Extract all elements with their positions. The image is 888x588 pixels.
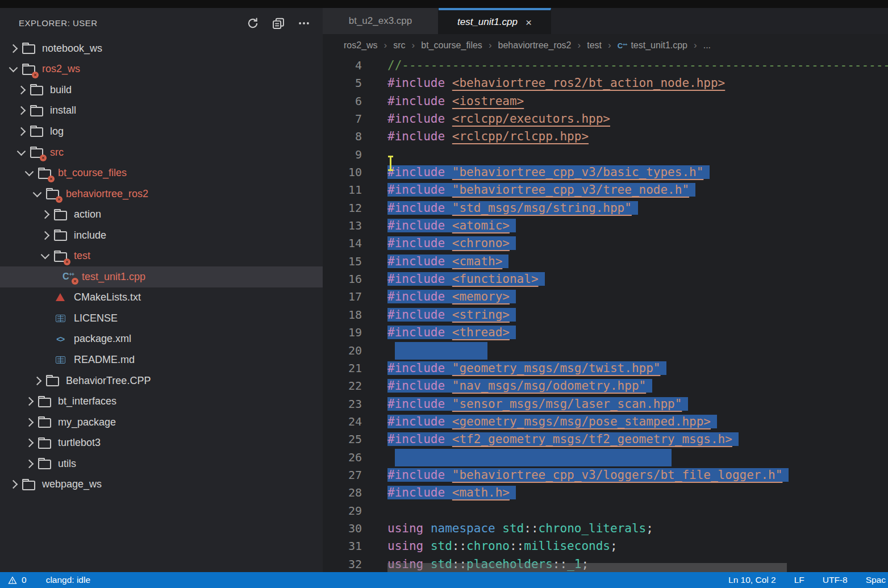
close-icon[interactable]: × (526, 17, 532, 28)
tree-item-turtlebot3[interactable]: turtlebot3 (0, 432, 323, 453)
code-line-content: #include "std_msgs/msg/string.hpp" (387, 199, 888, 217)
refresh-icon[interactable] (247, 17, 259, 30)
tree-item-BehaviorTree.CPP[interactable]: BehaviorTree.CPP (0, 370, 323, 391)
code-line-4[interactable]: 4//-------------------------------------… (323, 57, 888, 74)
code-line-26[interactable]: 26 (323, 449, 888, 466)
code-line-22[interactable]: 22#include "nav_msgs/msg/odometry.hpp" (323, 377, 888, 395)
breadcrumb-item-bt_course_files[interactable]: bt_course_files (421, 40, 482, 51)
code-line-17[interactable]: 17#include <memory> (323, 288, 888, 306)
tree-item-include[interactable]: include (0, 225, 323, 246)
chevron-right-icon[interactable] (41, 232, 53, 239)
tree-item-install[interactable]: install (0, 101, 323, 122)
tree-item-package.xml[interactable]: <>package.xml (0, 329, 323, 350)
horizontal-scrollbar[interactable] (387, 563, 787, 572)
token: chrono_literals (539, 522, 647, 535)
code-line-30[interactable]: 30using namespace std::chrono_literals; (323, 520, 888, 537)
folder-icon: × (30, 147, 43, 158)
code-line-11[interactable]: 11#include "behaviortree_cpp_v3/tree_nod… (323, 181, 888, 199)
tree-item-action[interactable]: action (0, 204, 323, 225)
tree-item-src[interactable]: ×src (0, 142, 323, 163)
breadcrumb-item-test[interactable]: test (587, 40, 602, 51)
code-line-7[interactable]: 7#include <rclcpp/executors.hpp> (323, 110, 888, 128)
code-line-9[interactable]: 9 (323, 146, 888, 164)
collapse-folders-icon[interactable] (272, 17, 285, 30)
code-line-21[interactable]: 21#include "geometry_msgs/msg/twist.hpp" (323, 360, 888, 377)
code-line-15[interactable]: 15#include <cmath> (323, 253, 888, 270)
chevron-right-icon[interactable] (17, 128, 30, 135)
chevron-right-icon[interactable] (17, 87, 30, 93)
chevron-down-icon[interactable] (17, 151, 30, 155)
chevron-right-icon[interactable] (41, 211, 53, 218)
chevron-right-icon[interactable] (25, 461, 37, 467)
selection-highlight: #include <memory> (387, 290, 516, 303)
tree-item-build[interactable]: build (0, 80, 323, 101)
code-line-18[interactable]: 18#include <string> (323, 306, 888, 324)
tree-item-webpage_ws[interactable]: webpage_ws (0, 474, 323, 495)
tree-item-ros2_ws[interactable]: ×ros2_ws (0, 59, 323, 80)
chevron-right-icon[interactable] (25, 398, 37, 404)
tree-item-bt_interfaces[interactable]: bt_interfaces (0, 391, 323, 412)
tree-item-CMakeLists.txt[interactable]: CMakeLists.txt (0, 287, 323, 308)
code-line-14[interactable]: 14#include <chrono> (323, 235, 888, 252)
tree-item-notebook_ws[interactable]: notebook_ws (0, 38, 323, 59)
clangd-status[interactable]: clangd: idle (46, 575, 90, 585)
code-line-27[interactable]: 27#include "behaviortree_cpp_v3/loggers/… (323, 466, 888, 484)
line-number: 5 (323, 74, 387, 92)
encoding-indicator[interactable]: UTF-8 (823, 575, 848, 585)
chevron-down-icon[interactable] (9, 67, 22, 71)
breadcrumb-item-behaviortree_ros2[interactable]: behaviortree_ros2 (498, 40, 572, 51)
chevron-right-icon[interactable] (33, 378, 45, 384)
tree-item-test_unit1.cpp[interactable]: C++×test_unit1.cpp (0, 266, 323, 287)
eol-indicator[interactable]: LF (794, 575, 804, 585)
chevron-down-icon[interactable] (41, 254, 53, 258)
line-number: 28 (323, 484, 387, 502)
tree-item-log[interactable]: log (0, 121, 323, 142)
tree-item-LICENSE[interactable]: LICENSE (0, 308, 323, 329)
code-line-5[interactable]: 5#include <behaviortree_ros2/bt_action_n… (323, 74, 888, 92)
breadcrumb-item-test_unit1.cpp[interactable]: C++test_unit1.cpp (618, 40, 687, 51)
chevron-right-icon[interactable] (25, 419, 37, 426)
breadcrumb-label: ... (703, 40, 711, 51)
line-col-indicator[interactable]: Ln 10, Col 2 (728, 575, 776, 585)
breadcrumb-item-...[interactable]: ... (703, 40, 711, 51)
code-line-8[interactable]: 8#include <rclcpp/rclcpp.hpp> (323, 128, 888, 145)
code-line-19[interactable]: 19#include <thread> (323, 324, 888, 341)
tab-bt_u2_ex3.cpp[interactable]: bt_u2_ex3.cpp (323, 8, 439, 34)
code-line-25[interactable]: 25#include <tf2_geometry_msgs/tf2_geomet… (323, 431, 888, 448)
code-line-23[interactable]: 23#include "sensor_msgs/msg/laser_scan.h… (323, 395, 888, 413)
chevron-right-icon[interactable] (9, 45, 22, 52)
explorer-actions (247, 17, 310, 30)
code-line-20[interactable]: 20 (323, 342, 888, 360)
tree-item-test[interactable]: ×test (0, 245, 323, 266)
breadcrumb-separator-icon: › (694, 40, 697, 51)
indentation-indicator[interactable]: Spac (866, 575, 886, 585)
code-line-content: #include <iostream> (387, 93, 888, 110)
folder-icon (53, 230, 67, 241)
chevron-right-icon[interactable] (9, 481, 22, 487)
tree-item-bt_course_files[interactable]: ×bt_course_files (0, 162, 323, 184)
breadcrumb-item-ros2_ws[interactable]: ros2_ws (344, 40, 378, 51)
code-line-16[interactable]: 16#include <functional> (323, 270, 888, 288)
code-line-10[interactable]: 10#include "behaviortree_cpp_v3/basic_ty… (323, 164, 888, 181)
code-line-6[interactable]: 6#include <iostream> (323, 93, 888, 110)
tree-item-README.md[interactable]: README.md (0, 349, 323, 370)
tree-item-utils[interactable]: utils (0, 453, 323, 474)
code-editor[interactable]: 4//-------------------------------------… (323, 57, 888, 572)
problems-count[interactable]: 0 (22, 575, 27, 585)
code-line-24[interactable]: 24#include <geometry_msgs/msg/pose_stamp… (323, 413, 888, 431)
code-line-13[interactable]: 13#include <atomic> (323, 217, 888, 235)
chevron-right-icon[interactable] (25, 440, 37, 446)
chevron-down-icon[interactable] (33, 192, 45, 196)
code-line-29[interactable]: 29 (323, 502, 888, 520)
code-line-28[interactable]: 28#include <math.h> (323, 484, 888, 502)
code-line-12[interactable]: 12#include "std_msgs/msg/string.hpp" (323, 199, 888, 217)
tree-item-behaviortree_ros2[interactable]: ×behaviortree_ros2 (0, 184, 323, 205)
chevron-down-icon[interactable] (25, 171, 37, 175)
problem-badge: × (40, 155, 47, 161)
code-line-31[interactable]: 31using std::chrono::milliseconds; (323, 537, 888, 555)
breadcrumb-item-src[interactable]: src (393, 40, 405, 51)
chevron-right-icon[interactable] (17, 107, 30, 114)
tab-test_unit1.cpp[interactable]: test_unit1.cpp× (439, 8, 551, 34)
tree-item-my_package[interactable]: my_package (0, 412, 323, 433)
more-actions-icon[interactable] (298, 17, 310, 30)
